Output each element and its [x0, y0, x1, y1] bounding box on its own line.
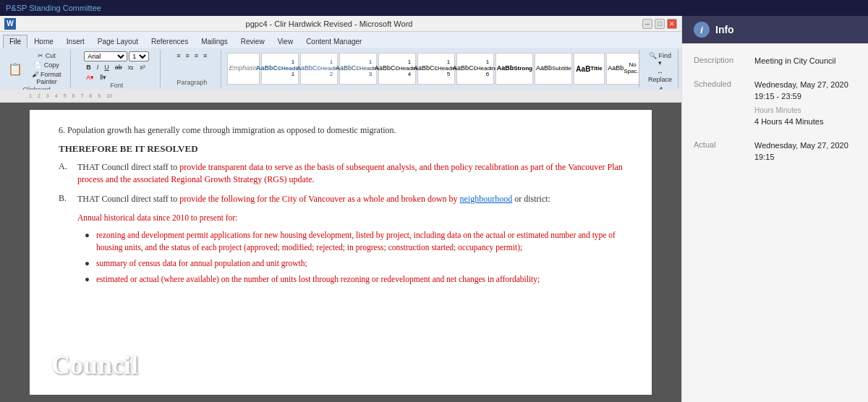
scheduled-time: 19:15 - 23:59: [754, 90, 848, 103]
section-6: 6. Population growth has generally come …: [59, 124, 623, 137]
bold-button[interactable]: B: [84, 63, 93, 72]
window-controls: ─ □ ✕: [642, 19, 677, 29]
tab-mailings[interactable]: Mailings: [195, 35, 234, 48]
hours-minutes-label: Hours Minutes: [754, 106, 801, 114]
font-label: Font: [110, 82, 123, 89]
info-row-description: Description Meeting in City Council: [694, 55, 856, 67]
subscript-button[interactable]: x₂: [126, 63, 137, 72]
style-heading6[interactable]: AaBbCc1 Heading 6: [456, 53, 494, 85]
tab-view[interactable]: View: [271, 35, 300, 48]
scheduled-date: Wednesday, May 27, 2020: [754, 79, 848, 91]
font-family-select[interactable]: Arial: [84, 51, 127, 61]
paste-button[interactable]: 📋: [6, 61, 25, 77]
main-container: W pgpc4 - Clir Hardwick Revised - Micros…: [0, 16, 868, 402]
list-b-link: neighbourhood: [460, 194, 513, 204]
font-color-button[interactable]: A▾: [84, 73, 96, 82]
info-icon: i: [694, 22, 710, 38]
list-a-prefix: THAT Council direct staff to: [77, 162, 179, 172]
align-center-button[interactable]: ≡: [184, 51, 192, 60]
description-label: Description: [694, 55, 746, 67]
tab-content-manager[interactable]: Content Manager: [299, 35, 368, 48]
style-title[interactable]: AaBTitle: [574, 53, 604, 85]
bullet-item-1: ● rezoning and development permit applic…: [85, 229, 623, 252]
strikethrough-button[interactable]: ab: [113, 63, 124, 72]
style-subtitle[interactable]: AaBbSubtitle: [535, 53, 572, 85]
list-item-b: B. THAT Council direct staff to provide …: [59, 193, 623, 205]
style-emphasis[interactable]: Emphasis: [227, 53, 260, 85]
paragraph-label: Paragraph: [176, 79, 207, 86]
style-heading1[interactable]: AaBbCc1 Heading 1: [261, 53, 299, 85]
list-b-suffix: or district:: [512, 194, 550, 204]
panel-header-title: Info: [715, 24, 734, 35]
panel-header: i Info: [682, 16, 868, 43]
word-title-text: pgpc4 - Clir Hardwick Revised - Microsof…: [16, 20, 642, 28]
annual-historical-text: Annual historical data since 2010 to pre…: [77, 212, 623, 223]
list-b-prefix: THAT Council direct staff to: [77, 194, 179, 204]
replace-button[interactable]: ↔ Replace: [645, 68, 675, 84]
cut-button[interactable]: ✂ Cut: [26, 51, 67, 60]
align-right-button[interactable]: ≡: [192, 51, 200, 60]
bullet-item-3: ● estimated or actual (where available) …: [85, 273, 623, 285]
actual-date: Wednesday, May 27, 2020: [754, 140, 848, 152]
style-heading2[interactable]: AaBbCc1 Heading 2: [300, 53, 338, 85]
panel-body: Description Meeting in City Council Sche…: [682, 43, 868, 402]
align-left-button[interactable]: ≡: [174, 51, 182, 60]
list-item-a: A. THAT Council direct staff to provide …: [59, 161, 623, 186]
ribbon-content: 📋 ✂ Cut 📄 Copy 🖌 Format Painter Clipboar…: [0, 48, 681, 90]
tab-references[interactable]: References: [145, 35, 195, 48]
info-row-scheduled: Scheduled Wednesday, May 27, 2020 19:15 …: [694, 79, 856, 128]
style-heading3[interactable]: AaBbCc1 Heading 3: [339, 53, 377, 85]
council-watermark: Council: [51, 350, 138, 380]
tab-home[interactable]: Home: [27, 35, 60, 48]
find-button[interactable]: 🔍 Find ▾: [645, 51, 675, 67]
word-page: 6. Population growth has generally come …: [30, 110, 652, 395]
highlight-button[interactable]: Ⅱ▾: [98, 73, 109, 82]
description-value: Meeting in City Council: [754, 55, 836, 67]
annual-historical-section: Annual historical data since 2010 to pre…: [59, 212, 623, 284]
top-bar-title: P&SP Standing Committee: [6, 4, 101, 12]
actual-value: Wednesday, May 27, 2020 19:15: [754, 140, 848, 163]
ruler: 1 2 3 4 5 6 7 8 9 10: [0, 90, 681, 103]
resolved-heading: THEREFORE BE IT RESOLVED: [59, 142, 623, 155]
italic-button[interactable]: I: [95, 63, 101, 72]
style-no-spacing[interactable]: AaBbNo Spac...: [606, 53, 640, 85]
list-text-b: THAT Council direct staff to provide the…: [77, 193, 550, 205]
justify-button[interactable]: ≡: [201, 51, 209, 60]
bullet-text-2: summary of census data for annual popula…: [96, 257, 307, 269]
format-painter-button[interactable]: 🖌 Format Painter: [26, 70, 67, 86]
actual-time: 19:15: [754, 151, 848, 163]
bullet-item-2: ● summary of census data for annual popu…: [85, 257, 623, 269]
bullet-list: ● rezoning and development permit applic…: [77, 229, 623, 284]
minimize-button[interactable]: ─: [642, 19, 652, 29]
style-buttons: Emphasis AaBbCc1 Heading 1 AaBbCc1 Headi…: [224, 50, 639, 87]
doc-content: 6. Population growth has generally come …: [0, 103, 681, 402]
top-bar: P&SP Standing Committee: [0, 0, 868, 16]
tab-file[interactable]: File: [3, 35, 27, 48]
ribbon-group-clipboard: 📋 ✂ Cut 📄 Copy 🖌 Format Painter Clipboar…: [3, 50, 71, 87]
select-button[interactable]: ↗ Select ▾: [645, 85, 675, 90]
ribbon-group-editing: 🔍 Find ▾ ↔ Replace ↗ Select ▾ Editing: [642, 50, 678, 87]
bullet-dot-1: ●: [85, 229, 92, 252]
close-button[interactable]: ✕: [667, 19, 677, 29]
copy-button[interactable]: 📄 Copy: [26, 61, 67, 69]
tab-page-layout[interactable]: Page Layout: [91, 35, 145, 48]
hours-minutes-header: Hours Minutes: [754, 104, 848, 116]
list-text-a: THAT Council direct staff to provide tra…: [77, 161, 623, 186]
style-heading4[interactable]: AaBbCc1 Heading 4: [378, 53, 416, 85]
bullet-text-3: estimated or actual (where available) on…: [96, 273, 540, 285]
tab-review[interactable]: Review: [234, 35, 271, 48]
style-heading5[interactable]: AaBbCc1 Heading 5: [417, 53, 455, 85]
bullet-dot-2: ●: [85, 257, 92, 269]
maximize-button[interactable]: □: [655, 19, 665, 29]
style-strong[interactable]: AaBbStrong: [495, 53, 533, 85]
actual-label: Actual: [694, 140, 746, 163]
list-letter-b: B.: [59, 193, 72, 205]
tab-insert[interactable]: Insert: [60, 35, 91, 48]
scheduled-value: Wednesday, May 27, 2020 19:15 - 23:59 Ho…: [754, 79, 848, 128]
font-size-select[interactable]: 11: [129, 51, 149, 61]
list-letter-a: A.: [59, 161, 72, 186]
scheduled-duration: 4 Hours 44 Minutes: [754, 116, 848, 128]
doc-area: W pgpc4 - Clir Hardwick Revised - Micros…: [0, 16, 681, 402]
underline-button[interactable]: U: [102, 63, 111, 72]
superscript-button[interactable]: x²: [137, 63, 148, 72]
